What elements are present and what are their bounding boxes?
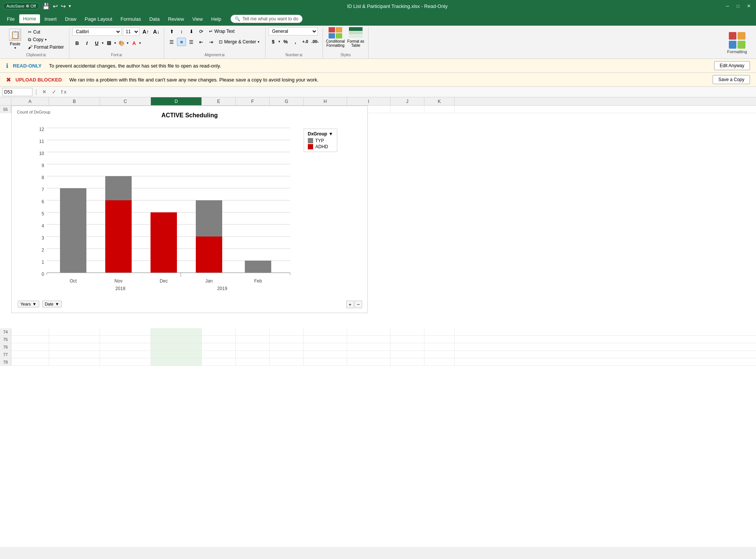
number-format-select[interactable]: General [269,27,318,35]
fill-dropdown[interactable]: ▾ [127,41,129,45]
formula-input[interactable] [69,88,754,96]
undo-icon[interactable]: ↩ [53,3,58,10]
menu-home[interactable]: Home [19,14,40,24]
cell-k76[interactable] [424,343,455,350]
cell-i77[interactable] [347,351,390,358]
zoom-minus-button[interactable]: − [355,301,362,308]
align-middle-btn[interactable]: ↕ [177,27,186,35]
copy-dropdown[interactable]: ▾ [45,38,47,41]
wrap-text-button[interactable]: ↵ Wrap Text [206,28,237,35]
underline-dropdown[interactable]: ▾ [102,41,104,45]
cell-c78[interactable] [100,358,151,366]
zoom-plus-button[interactable]: + [346,301,354,308]
cell-a76[interactable] [11,343,49,350]
insert-function-btn[interactable]: f x [60,88,68,96]
menu-help[interactable]: Help [207,15,225,23]
cell-a74[interactable] [11,328,49,335]
cell-f78[interactable] [236,358,270,366]
format-as-table-button[interactable]: Format as Table [346,27,365,48]
menu-page-layout[interactable]: Page Layout [81,15,116,23]
quick-access-dropdown[interactable]: ▾ [69,3,71,9]
cell-g77[interactable] [270,351,304,358]
menu-draw[interactable]: Draw [61,15,80,23]
cell-h75[interactable] [304,336,347,343]
fill-color-button[interactable]: 🎨 [117,38,126,48]
merge-dropdown[interactable]: ▾ [258,40,260,44]
menu-insert[interactable]: Insert [41,15,61,23]
cut-button[interactable]: ✂ Cut [26,29,66,35]
col-header-g[interactable]: G [270,97,304,105]
cell-f77[interactable] [236,351,270,358]
years-filter-button[interactable]: Years ▼ [18,301,39,307]
indent-increase-btn[interactable]: ⇥ [206,38,215,46]
merge-center-button[interactable]: ⊡ Merge & Center ▾ [216,38,262,46]
cell-g78[interactable] [270,358,304,366]
window-minimize[interactable]: ─ [724,3,731,9]
menu-data[interactable]: Data [146,15,163,23]
col-header-i[interactable]: I [347,97,390,105]
save-icon[interactable]: 💾 [42,3,50,10]
cell-h74[interactable] [304,328,347,335]
align-center-btn[interactable]: ≡ [177,38,186,46]
cell-e76[interactable] [202,343,236,350]
cell-j76[interactable] [390,343,424,350]
cell-e74[interactable] [202,328,236,335]
cell-j78[interactable] [390,358,424,366]
autosave-button[interactable]: AutoSave Off [3,3,39,9]
cell-b76[interactable] [49,343,100,350]
cell-e78[interactable] [202,358,236,366]
cell-c74[interactable] [100,328,151,335]
col-header-j[interactable]: J [390,97,424,105]
edit-anyway-button[interactable]: Edit Anyway [714,61,750,70]
text-angle-btn[interactable]: ⟳ [197,27,206,35]
cell-a78[interactable] [11,358,49,366]
font-expand-icon[interactable]: ⊞ [119,53,122,57]
redo-icon[interactable]: ↪ [61,3,66,10]
cell-d77[interactable] [151,351,202,358]
col-header-d[interactable]: D [151,97,202,105]
col-header-e[interactable]: E [202,97,236,105]
cell-i75[interactable] [347,336,390,343]
menu-review[interactable]: Review [164,15,188,23]
save-a-copy-button[interactable]: Save a Copy [713,75,750,84]
percent-btn[interactable]: % [281,37,290,46]
align-right-btn[interactable]: ☰ [187,38,196,46]
cell-b74[interactable] [49,328,100,335]
col-header-b[interactable]: B [49,97,100,105]
bold-button[interactable]: B [72,38,81,48]
cell-f76[interactable] [236,343,270,350]
font-size-select[interactable]: 11 [123,28,140,36]
tell-me-bar[interactable]: 🔍 Tell me what you want to do [230,15,303,23]
legend-filter-icon[interactable]: ▼ [329,131,333,137]
format-painter-button[interactable]: 🖌 Format Painter [26,44,66,51]
menu-formulas[interactable]: Formulas [117,15,145,23]
italic-button[interactable]: I [82,38,91,48]
border-dropdown[interactable]: ▾ [114,41,116,45]
cell-g76[interactable] [270,343,304,350]
align-left-btn[interactable]: ☰ [167,38,176,46]
currency-btn[interactable]: $ [269,37,278,46]
cell-d78[interactable] [151,358,202,366]
cell-k75[interactable] [424,336,455,343]
col-header-c[interactable]: C [100,97,151,105]
font-name-select[interactable]: Calibri [72,28,121,36]
confirm-formula-btn[interactable]: ✓ [50,88,58,96]
cell-j55[interactable] [390,106,424,113]
border-button[interactable]: ⊞ [104,38,114,48]
cell-a77[interactable] [11,351,49,358]
number-expand-icon[interactable]: ⊞ [300,53,303,57]
col-header-h[interactable]: H [304,97,347,105]
date-filter-button[interactable]: Date ▼ [42,301,62,307]
conditional-formatting-button[interactable]: Conditional Formatting [326,27,345,48]
cell-j74[interactable] [390,328,424,335]
cell-d74[interactable] [151,328,202,335]
cell-k77[interactable] [424,351,455,358]
increase-decimal-btn[interactable]: +.0 [301,37,310,46]
cell-c77[interactable] [100,351,151,358]
cell-e75[interactable] [202,336,236,343]
alignment-expand-icon[interactable]: ⊞ [222,53,225,57]
menu-file[interactable]: File [3,15,18,23]
cell-i74[interactable] [347,328,390,335]
cell-k55[interactable] [424,106,455,113]
cell-k74[interactable] [424,328,455,335]
